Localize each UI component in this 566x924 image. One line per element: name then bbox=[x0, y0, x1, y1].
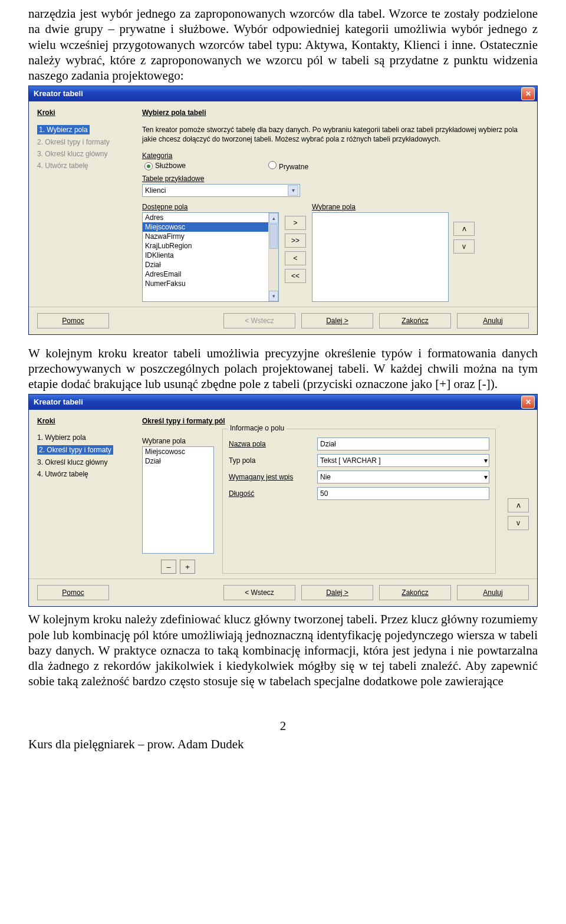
back-button[interactable]: < Wstecz bbox=[223, 585, 295, 600]
radio-icon bbox=[268, 161, 277, 169]
list-item[interactable]: Miejscowosc bbox=[143, 222, 278, 232]
back-button: < Wstecz bbox=[223, 313, 295, 328]
available-label: Dostępne pola bbox=[142, 203, 279, 211]
list-item[interactable]: Miejscowosc bbox=[143, 447, 213, 456]
step-1: 1. Wybierz pola bbox=[37, 125, 90, 134]
list-item[interactable]: IDKlienta bbox=[143, 251, 278, 260]
scrollbar[interactable]: ▴ ▾ bbox=[268, 213, 278, 301]
chevron-down-icon: ▾ bbox=[484, 456, 488, 465]
cancel-button[interactable]: Anuluj bbox=[457, 585, 529, 600]
move-right-button[interactable]: > bbox=[285, 216, 306, 230]
scroll-thumb[interactable] bbox=[269, 224, 278, 249]
title-text: Kreator tabeli bbox=[34, 394, 83, 410]
finish-button[interactable]: Zakończ bbox=[379, 313, 451, 328]
step-4[interactable]: 4. Utwórz tabelę bbox=[37, 470, 131, 478]
next-button[interactable]: Dalej > bbox=[301, 585, 373, 600]
move-all-right-button[interactable]: >> bbox=[285, 234, 306, 248]
chevron-down-icon: ▾ bbox=[288, 185, 298, 196]
available-listbox[interactable]: Adres Miejscowosc NazwaFirmy KrajLubRegi… bbox=[142, 212, 279, 302]
required-label: Wymagany jest wpis bbox=[229, 473, 311, 481]
main-header: Wybierz pola tabeli bbox=[142, 108, 529, 117]
page-number: 2 bbox=[28, 719, 538, 734]
move-down-button[interactable]: v bbox=[453, 239, 475, 254]
field-name-label: Nazwa pola bbox=[229, 440, 311, 448]
close-icon[interactable]: ✕ bbox=[521, 396, 535, 409]
chevron-down-icon: ▾ bbox=[484, 473, 488, 481]
list-item[interactable]: NumerFaksu bbox=[143, 279, 278, 288]
move-left-button[interactable]: < bbox=[285, 251, 306, 265]
selected-listbox[interactable] bbox=[312, 212, 449, 302]
next-button[interactable]: Dalej > bbox=[301, 313, 373, 328]
list-item[interactable]: Adres bbox=[143, 213, 278, 222]
paragraph-2: W kolejnym kroku kreator tabeli umożliwi… bbox=[28, 346, 538, 392]
titlebar: Kreator tabeli ✕ bbox=[29, 86, 537, 101]
steps-pane: Kroki 1. Wybierz pola 2. Określ typy i f… bbox=[37, 108, 131, 301]
field-name-input[interactable]: Dział bbox=[317, 438, 489, 451]
scroll-up-icon[interactable]: ▴ bbox=[269, 213, 278, 223]
selected-label: Wybrane pola bbox=[312, 203, 449, 211]
category-label: Kategoria bbox=[142, 152, 529, 160]
field-type-combo[interactable]: Tekst [ VARCHAR ]▾ bbox=[317, 454, 489, 467]
add-field-button[interactable]: + bbox=[180, 560, 195, 574]
main-header: Określ typy i formaty pól bbox=[142, 417, 529, 425]
required-combo[interactable]: Nie▾ bbox=[317, 471, 489, 484]
move-down-button[interactable]: v bbox=[508, 516, 529, 530]
footer-line: Kurs dla pielęgniarek – prow. Adam Dudek bbox=[28, 737, 538, 752]
length-input[interactable]: 50 bbox=[317, 487, 489, 500]
radio-icon bbox=[144, 162, 153, 170]
sample-tables-label: Tabele przykładowe bbox=[142, 175, 529, 183]
fieldset-legend: Informacje o polu bbox=[228, 424, 287, 432]
help-button[interactable]: Pomoc bbox=[37, 313, 109, 328]
scroll-down-icon[interactable]: ▾ bbox=[269, 291, 278, 301]
step-4: 4. Utwórz tabelę bbox=[37, 162, 131, 170]
radio-private[interactable]: Prywatne bbox=[268, 161, 308, 171]
sample-tables-combo[interactable]: Klienci ▾ bbox=[142, 184, 300, 197]
close-icon[interactable]: ✕ bbox=[521, 87, 535, 100]
step-2: 2. Określ typy i formaty bbox=[37, 445, 113, 455]
remove-field-button[interactable]: – bbox=[161, 560, 176, 574]
steps-header: Kroki bbox=[37, 108, 131, 117]
step-3[interactable]: 3. Określ klucz główny bbox=[37, 458, 131, 466]
step-2: 2. Określ typy i formaty bbox=[37, 138, 131, 146]
length-label: Długość bbox=[229, 489, 311, 498]
dialog-wizard-1: Kreator tabeli ✕ Kroki 1. Wybierz pola 2… bbox=[28, 86, 538, 334]
title-text: Kreator tabeli bbox=[34, 86, 83, 101]
move-up-button[interactable]: ʌ bbox=[508, 498, 529, 512]
finish-button[interactable]: Zakończ bbox=[379, 585, 451, 600]
help-button[interactable]: Pomoc bbox=[37, 585, 109, 600]
list-item[interactable]: NazwaFirmy bbox=[143, 232, 278, 241]
combo-value: Klienci bbox=[145, 186, 166, 195]
step-3: 3. Określ klucz główny bbox=[37, 150, 131, 158]
steps-header: Kroki bbox=[37, 417, 131, 425]
titlebar: Kreator tabeli ✕ bbox=[29, 394, 537, 410]
help-text: Ten kreator pomoże stworzyć tabelę dla b… bbox=[142, 125, 529, 144]
selected-fields-listbox[interactable]: Miejscowosc Dział bbox=[142, 446, 214, 554]
step-1[interactable]: 1. Wybierz pola bbox=[37, 433, 131, 442]
list-item[interactable]: Dział bbox=[143, 260, 278, 269]
move-up-button[interactable]: ʌ bbox=[453, 222, 475, 236]
radio-service[interactable]: Służbowe bbox=[144, 162, 186, 170]
list-item[interactable]: KrajLubRegion bbox=[143, 241, 278, 251]
field-info-group: Informacje o polu Nazwa pola Dział Typ p… bbox=[222, 429, 496, 574]
selected-fields-label: Wybrane pola bbox=[142, 437, 214, 445]
list-item[interactable]: Dział bbox=[143, 456, 213, 466]
move-all-left-button[interactable]: << bbox=[285, 269, 306, 283]
cancel-button[interactable]: Anuluj bbox=[457, 313, 529, 328]
steps-pane: Kroki 1. Wybierz pola 2. Określ typy i f… bbox=[37, 417, 131, 574]
dialog-wizard-2: Kreator tabeli ✕ Kroki 1. Wybierz pola 2… bbox=[28, 394, 538, 607]
paragraph-1: narzędzia jest wybór jednego za zapropon… bbox=[28, 6, 538, 83]
field-type-label: Typ pola bbox=[229, 456, 311, 465]
paragraph-3: W kolejnym kroku należy zdefiniować kluc… bbox=[28, 611, 538, 689]
list-item[interactable]: AdresEmail bbox=[143, 269, 278, 279]
